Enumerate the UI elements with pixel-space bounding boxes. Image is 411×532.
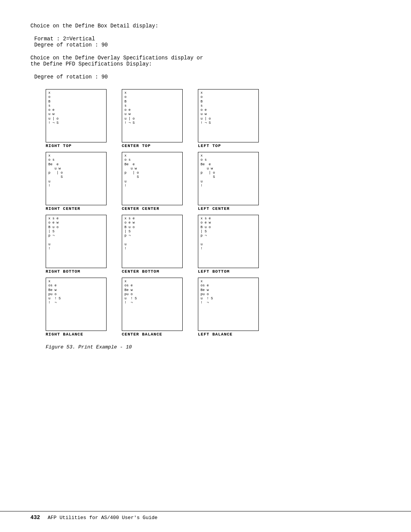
- format-line2: Degree of rotation : 90: [34, 42, 381, 48]
- diagram-box: x os e Be w pu o u ! S ! ¬: [198, 278, 259, 331]
- overlay-line1: Choice on the Define Overlay Specificati…: [30, 55, 381, 61]
- box-content-text: x o s Be e u w p | o S u !: [124, 154, 139, 188]
- box-content-text: x o B s o e u w u | o ! ¬ S: [124, 91, 135, 125]
- box-content-text: x os e Be w pu o u ! S ! ¬: [124, 280, 137, 305]
- box-label: RIGHT BALANCE: [46, 332, 83, 337]
- grid-cell: x o s Be e u w p | o S u !RIGHT CENTER: [46, 152, 110, 211]
- box-label: RIGHT CENTER: [46, 206, 80, 211]
- diagram-box: x o s Be e u w p | o S u !: [46, 152, 107, 205]
- diagram-box: x os e Be w pu o u ! S ! ¬: [46, 278, 107, 331]
- grid-cell: x o s Be e u w p | o S u !LEFT CENTER: [198, 152, 263, 211]
- box-content-text: x o B s o e u w u | o ! ¬ S: [201, 91, 211, 125]
- grid-cell: x s e o e w B u o | S p ¬ u !RIGHT BOTTO…: [46, 215, 110, 274]
- box-label: CENTER TOP: [122, 144, 151, 148]
- box-content-text: x s e o e w B u o | S p ¬ u !: [48, 217, 59, 251]
- box-label: CENTER BOTTOM: [122, 269, 159, 274]
- diagram-box: x os e Be w pu o u ! S ! ¬: [122, 278, 183, 331]
- diagram-box: x o s Be e u w p | o S u !: [198, 152, 259, 205]
- box-content-text: x o s Be e u w p | o S u !: [48, 154, 63, 188]
- overlay-text: Choice on the Define Overlay Specificati…: [30, 55, 381, 67]
- box-label: RIGHT BOTTOM: [46, 269, 80, 274]
- grid-cell: x o s Be e u w p | o S u !CENTER CENTER: [122, 152, 186, 211]
- figure-caption: Figure 53. Print Example - 10: [46, 344, 381, 350]
- grid-cell: x s e o e w B u o | S p ¬ u !CENTER BOTT…: [122, 215, 186, 274]
- box-label: CENTER BALANCE: [122, 332, 162, 337]
- box-label: RIGHT TOP: [46, 144, 72, 148]
- intro-text: Choice on the Define Box Detail display:: [30, 23, 381, 29]
- grid-cell: x os e Be w pu o u ! S ! ¬CENTER BALANCE: [122, 278, 186, 337]
- diagram-box: x o B s o e u w u | o ! ¬ S: [198, 89, 259, 142]
- grid-cell: x o B s o e u w u | o ! ¬ SCENTER TOP: [122, 89, 186, 148]
- page-number: 432: [30, 514, 40, 521]
- diagram-box: x s e o e w B u o | S p ¬ u !: [198, 215, 259, 268]
- grid-cell: x o B s o e u w u | o ! ¬ SRIGHT TOP: [46, 89, 110, 148]
- degree-line: Degree of rotation : 90: [34, 74, 381, 80]
- format-line1: Format : 2=Vertical: [34, 36, 381, 42]
- page-content: Choice on the Define Box Detail display:…: [0, 0, 411, 380]
- degree-block: Degree of rotation : 90: [34, 74, 381, 80]
- footer-text: AFP Utilities for AS/400 User's Guide: [48, 515, 158, 521]
- box-label: LEFT CENTER: [198, 206, 230, 211]
- diagram-box: x o s Be e u w p | o S u !: [122, 152, 183, 205]
- box-content-text: x os e Be w pu o u ! S ! ¬: [201, 280, 213, 305]
- diagram-grid: x o B s o e u w u | o ! ¬ SRIGHT TOPx o …: [46, 89, 381, 337]
- box-content-text: x s e o e w B u o | S p ¬ u !: [201, 217, 211, 251]
- diagram-box: x s e o e w B u o | S p ¬ u !: [122, 215, 183, 268]
- grid-cell: x os e Be w pu o u ! S ! ¬LEFT BALANCE: [198, 278, 263, 337]
- box-content-text: x o B s o e u w u | o ! ¬ S: [48, 91, 59, 125]
- grid-cell: x os e Be w pu o u ! S ! ¬RIGHT BALANCE: [46, 278, 110, 337]
- diagram-box: x o B s o e u w u | o ! ¬ S: [122, 89, 183, 142]
- format-block: Format : 2=Vertical Degree of rotation :…: [34, 36, 381, 48]
- overlay-line2: the Define PFD Specifications Display:: [30, 61, 381, 67]
- box-label: CENTER CENTER: [122, 206, 159, 211]
- box-content-text: x o s Be e u w p | o S u !: [201, 154, 215, 188]
- diagram-box: x o B s o e u w u | o ! ¬ S: [46, 89, 107, 142]
- box-label: LEFT BALANCE: [198, 332, 233, 337]
- grid-cell: x s e o e w B u o | S p ¬ u !LEFT BOTTOM: [198, 215, 263, 274]
- diagram-box: x s e o e w B u o | S p ¬ u !: [46, 215, 107, 268]
- box-label: LEFT BOTTOM: [198, 269, 230, 274]
- grid-cell: x o B s o e u w u | o ! ¬ SLEFT TOP: [198, 89, 263, 148]
- page-footer: 432 AFP Utilities for AS/400 User's Guid…: [0, 511, 411, 521]
- box-content-text: x os e Be w pu o u ! S ! ¬: [48, 280, 61, 305]
- box-label: LEFT TOP: [198, 144, 221, 148]
- box-content-text: x s e o e w B u o | S p ¬ u !: [124, 217, 135, 251]
